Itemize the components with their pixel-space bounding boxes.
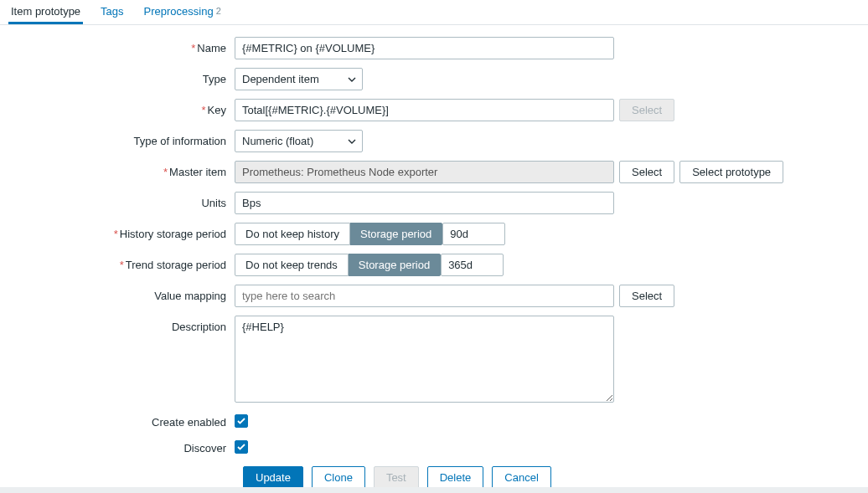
value-mapping-input[interactable]	[235, 285, 614, 307]
label-units: Units	[0, 192, 235, 209]
master-item-value: Prometheus: Prometheus Node exporter	[235, 161, 614, 183]
key-select-button: Select	[619, 99, 674, 121]
history-segment: Do not keep history Storage period	[235, 223, 442, 245]
tab-preprocessing[interactable]: Preprocessing 2	[142, 0, 224, 24]
update-button[interactable]: Update	[243, 466, 303, 489]
label-type: Type	[0, 68, 235, 85]
label-key: *Key	[0, 99, 235, 116]
type-select[interactable]: Dependent item	[235, 68, 363, 90]
action-row: Update Clone Test Delete Cancel	[0, 466, 868, 489]
label-master-item: *Master item	[0, 161, 235, 178]
tab-item-prototype[interactable]: Item prototype	[8, 0, 83, 24]
type-of-info-value: Numeric (float)	[235, 130, 363, 152]
cancel-button[interactable]: Cancel	[492, 466, 550, 489]
clone-button[interactable]: Clone	[312, 466, 365, 489]
tab-preprocessing-count: 2	[216, 6, 221, 16]
trend-no-keep-button[interactable]: Do not keep trends	[235, 254, 349, 276]
trend-segment: Do not keep trends Storage period	[235, 254, 441, 276]
label-name: *Name	[0, 37, 235, 54]
history-storage-button[interactable]: Storage period	[350, 223, 442, 245]
name-input[interactable]	[235, 37, 614, 59]
label-history: *History storage period	[0, 223, 235, 240]
check-icon	[237, 444, 245, 450]
type-of-info-select[interactable]: Numeric (float)	[235, 130, 363, 152]
tab-bar: Item prototype Tags Preprocessing 2	[0, 0, 868, 25]
value-mapping-select-button[interactable]: Select	[619, 285, 674, 307]
history-no-keep-button[interactable]: Do not keep history	[235, 223, 350, 245]
check-icon	[237, 418, 245, 424]
trend-storage-button[interactable]: Storage period	[349, 254, 441, 276]
create-enabled-checkbox[interactable]	[235, 414, 248, 428]
footer-strip	[0, 487, 868, 493]
history-value-input[interactable]	[442, 223, 505, 245]
tab-tags[interactable]: Tags	[98, 0, 126, 24]
tab-preprocessing-label: Preprocessing	[144, 5, 214, 18]
label-create-enabled: Create enabled	[0, 411, 235, 429]
master-item-select-prototype-button[interactable]: Select prototype	[679, 161, 783, 183]
test-button: Test	[374, 466, 419, 489]
label-description: Description	[0, 316, 235, 333]
trend-value-input[interactable]	[441, 254, 504, 276]
description-textarea[interactable]	[235, 316, 614, 403]
delete-button[interactable]: Delete	[427, 466, 484, 489]
label-trend: *Trend storage period	[0, 254, 235, 271]
form: *Name Type Dependent item *Key Select Ty…	[0, 25, 868, 493]
key-input[interactable]	[235, 99, 614, 121]
label-discover: Discover	[0, 437, 235, 454]
master-item-select-button[interactable]: Select	[619, 161, 674, 183]
units-input[interactable]	[235, 192, 614, 214]
discover-checkbox[interactable]	[235, 440, 248, 454]
label-type-of-info: Type of information	[0, 130, 235, 147]
label-value-mapping: Value mapping	[0, 285, 235, 302]
type-select-value: Dependent item	[235, 68, 363, 90]
